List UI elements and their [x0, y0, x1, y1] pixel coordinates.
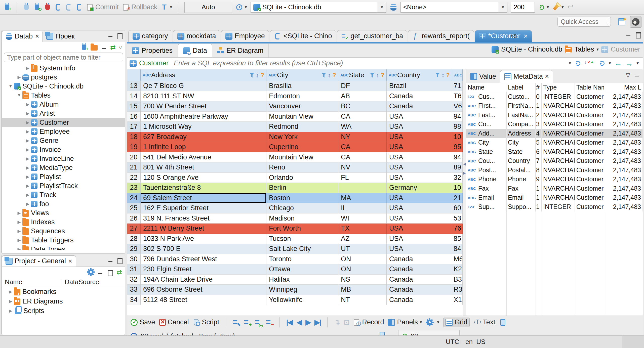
sort-icon[interactable]: ↕ [256, 72, 259, 79]
column-header-name[interactable]: Name [2, 278, 62, 286]
row-number-cell[interactable]: 21 [127, 162, 141, 173]
link-with-editor-icon[interactable]: ⇄ [116, 268, 122, 276]
state-cell[interactable]: DF [338, 81, 387, 91]
address-cell[interactable]: 700 W Pender Street [141, 101, 266, 112]
city-cell[interactable]: Madison [266, 213, 338, 224]
editor-tab[interactable]: mockdata × [173, 30, 220, 42]
table-row[interactable]: 28 1033 N Park Ave Tucson AZ USA 85 [127, 234, 463, 244]
editor-tab[interactable]: rewards_report( × [408, 30, 474, 42]
row-number-cell[interactable]: 14 [127, 91, 141, 102]
row-number-cell[interactable]: 17 [127, 122, 141, 132]
metadata-row[interactable]: Add... Address 4 NVARCHAR Customer 2,147… [466, 129, 643, 138]
postalcode-cell[interactable]: T6 [452, 91, 463, 102]
tab-projects[interactable]: Проек [43, 31, 78, 42]
postalcode-cell[interactable]: X1 [452, 295, 463, 305]
tree-item[interactable]: foo [2, 199, 125, 208]
expand-arrow-icon[interactable] [24, 183, 31, 189]
state-cell[interactable]: IL [338, 203, 387, 213]
collapse-left-icon[interactable]: ◀ [463, 162, 466, 166]
expand-arrow-icon[interactable] [24, 66, 31, 71]
state-cell[interactable]: MB [338, 285, 387, 295]
postalcode-cell[interactable]: R3 [452, 285, 463, 295]
tab-project-general[interactable]: Project - General × [2, 255, 76, 267]
row-number-cell[interactable]: 29 [127, 244, 141, 254]
row-number-cell[interactable]: 13 [127, 81, 141, 91]
postalcode-cell[interactable]: 10 [452, 132, 463, 142]
column-header-name[interactable]: Name [466, 83, 506, 92]
tab-er-diagram[interactable]: ER Diagram [212, 44, 269, 57]
address-cell[interactable]: 1600 Amphitheatre Parkway [141, 112, 266, 122]
refresh-results-icon[interactable] [599, 61, 605, 66]
rollback-button[interactable]: Rollback [122, 3, 157, 11]
state-cell[interactable]: NS [338, 275, 387, 285]
minimize-icon[interactable] [107, 257, 114, 263]
next-row-icon[interactable]: ▶ [306, 318, 311, 326]
fetch-size-input[interactable] [511, 2, 535, 13]
country-cell[interactable]: USA [387, 152, 452, 163]
state-cell[interactable]: NV [338, 162, 387, 173]
city-cell[interactable]: Redmond [266, 122, 338, 132]
table-row[interactable]: 27 2211 W Berry Street Fort Worth TX USA… [127, 224, 463, 234]
open-sql-script-icon[interactable] [66, 4, 71, 11]
tab-overflow-indicator[interactable]: »5 [510, 32, 517, 39]
country-cell[interactable]: Canada [387, 275, 452, 285]
tree-item[interactable]: Scripts [2, 306, 125, 316]
breadcrumb-database[interactable]: SQLite - Chinook.db [501, 46, 562, 53]
country-cell[interactable]: Canada [387, 254, 452, 265]
expand-arrow-icon[interactable] [16, 93, 22, 98]
tree-item[interactable]: ER Diagrams [2, 296, 125, 306]
tab-database-navigator[interactable]: Datab × [2, 31, 43, 42]
tree-item[interactable]: PlaylistTrack [2, 181, 125, 190]
chevron-down-icon[interactable]: ▾ [636, 61, 639, 66]
postalcode-cell[interactable]: 89 [452, 162, 463, 173]
editor-tab[interactable]: Employee × [221, 30, 269, 42]
grid-view-button[interactable]: Grid [443, 318, 470, 327]
metadata-row[interactable]: Co... Compa... 3 NVARCHAR Customer 2,147… [466, 120, 643, 129]
sort-icon[interactable]: ↕ [441, 72, 445, 79]
link-with-editor-icon[interactable]: ⇄ [110, 44, 116, 51]
country-cell[interactable]: USA [387, 122, 452, 132]
auto-commit-combo[interactable]: Auto [184, 2, 232, 13]
expand-arrow-icon[interactable] [16, 238, 22, 243]
city-cell[interactable]: New York [266, 132, 338, 142]
state-cell[interactable]: NY [338, 132, 387, 142]
expand-arrow-icon[interactable] [24, 102, 31, 107]
script-button[interactable]: Script [193, 318, 219, 326]
city-cell[interactable]: Fort Worth [266, 224, 338, 234]
metadata-row[interactable]: First... FirstNa... 1 NVARCHAR Customer … [466, 101, 643, 111]
tree-item[interactable]: Playlist [2, 172, 125, 181]
table-row[interactable]: 34 5112 48 Street Yellowknife NT Canada … [127, 295, 463, 305]
column-header-state[interactable]: State ↕ ? [338, 69, 387, 81]
table-row[interactable]: 20 541 Del Medio Avenue Mountain View CA… [127, 152, 463, 163]
object-filter-input[interactable] [4, 53, 123, 62]
country-cell[interactable]: USA [387, 234, 452, 244]
table-row[interactable]: 26 319 N. Frances Street Madison WI USA … [127, 213, 463, 224]
metadata-row[interactable]: City City 5 NVARCHAR Customer 2,147,483 [466, 138, 643, 147]
address-cell[interactable]: 1 Microsoft Way [141, 122, 266, 132]
cancel-button[interactable]: Cancel [159, 318, 189, 326]
disconnect-icon[interactable] [45, 5, 50, 10]
state-cell[interactable]: WA [338, 122, 387, 132]
tree-item[interactable]: Customer [2, 118, 125, 127]
minimize-icon[interactable] [625, 32, 632, 37]
postalcode-cell[interactable]: 60 [452, 203, 463, 213]
table-row[interactable]: 16 1600 Amphitheatre Parkway Mountain Vi… [127, 112, 463, 122]
column-header-label[interactable]: Label [506, 83, 536, 92]
panel-splitter[interactable]: ◀ ▶ [463, 69, 466, 316]
country-cell[interactable]: Canada [387, 101, 452, 112]
table-row[interactable]: 21 801 W 4th Street Reno NV USA 89 [127, 162, 463, 173]
row-number-cell[interactable]: 22 [127, 173, 141, 183]
state-cell[interactable]: BC [338, 101, 387, 112]
row-number-cell[interactable]: 32 [127, 275, 141, 285]
filter-funnel-icon[interactable] [370, 73, 375, 78]
country-cell[interactable]: USA [387, 193, 452, 203]
row-number-cell[interactable]: 24 [127, 193, 141, 203]
row-number-cell[interactable]: 28 [127, 234, 141, 244]
editor-tab[interactable]: *Customer × [475, 30, 532, 42]
expand-arrow-icon[interactable] [24, 174, 31, 180]
country-cell[interactable]: Canada [387, 295, 452, 305]
postalcode-cell[interactable]: 10 [452, 183, 463, 193]
expand-arrow-icon[interactable] [16, 247, 22, 250]
close-icon[interactable]: × [68, 257, 72, 265]
locale-indicator[interactable]: en_US [465, 338, 486, 346]
